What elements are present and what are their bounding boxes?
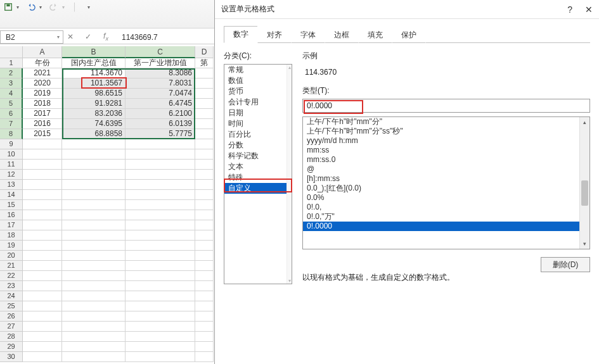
data-cell[interactable] <box>195 68 214 78</box>
empty-cell[interactable] <box>62 170 126 180</box>
formula-bar[interactable]: 1143669.7 <box>113 33 158 42</box>
empty-cell[interactable] <box>195 139 214 149</box>
row-header[interactable]: 12 <box>0 170 23 180</box>
data-cell[interactable]: 98.6515 <box>62 89 126 99</box>
empty-cell[interactable] <box>62 139 126 149</box>
row-header[interactable]: 1 <box>0 58 23 68</box>
empty-cell[interactable] <box>126 271 195 281</box>
empty-cell[interactable] <box>62 220 126 230</box>
format-item[interactable]: 0.0_);[红色](0.0) <box>303 184 579 193</box>
empty-cell[interactable] <box>126 190 195 200</box>
row-header[interactable]: 27 <box>0 322 23 332</box>
empty-cell[interactable] <box>23 342 62 352</box>
empty-cell[interactable] <box>126 261 195 271</box>
data-cell[interactable]: 2018 <box>23 99 62 109</box>
cancel-icon[interactable]: ✕ <box>66 32 75 41</box>
format-item[interactable]: 上午/下午h"时"mm"分" <box>303 117 579 127</box>
scroll-up-icon[interactable]: ▴ <box>580 117 589 127</box>
row-header[interactable]: 26 <box>0 311 23 322</box>
format-item[interactable]: 0!.0000 <box>303 222 579 231</box>
empty-cell[interactable] <box>23 281 62 291</box>
data-cell[interactable]: 7.0474 <box>126 89 195 99</box>
header-cell[interactable]: 第 <box>195 58 214 68</box>
empty-cell[interactable] <box>195 220 214 230</box>
empty-cell[interactable] <box>126 139 195 149</box>
empty-cell[interactable] <box>23 220 62 230</box>
format-item[interactable]: 上午/下午h"时"mm"分"ss"秒" <box>303 127 579 136</box>
row-header[interactable]: 3 <box>0 78 23 89</box>
empty-cell[interactable] <box>126 332 195 342</box>
row-header[interactable]: 21 <box>0 261 23 271</box>
empty-cell[interactable] <box>62 271 126 281</box>
empty-cell[interactable] <box>195 281 214 291</box>
category-item[interactable]: 货币 <box>224 86 292 97</box>
row-header[interactable]: 6 <box>0 109 23 119</box>
format-item[interactable]: yyyy/m/d h:mm <box>303 136 579 146</box>
category-item[interactable]: 文本 <box>224 161 292 172</box>
empty-cell[interactable] <box>126 322 195 332</box>
empty-cell[interactable] <box>23 261 62 271</box>
empty-cell[interactable] <box>62 251 126 261</box>
name-box[interactable]: B2 ▾ <box>0 30 63 44</box>
scrollbar-thumb[interactable] <box>581 180 588 206</box>
empty-cell[interactable] <box>23 271 62 281</box>
ribbon-overflow-icon[interactable]: ▾ <box>87 4 90 10</box>
row-header[interactable]: 29 <box>0 342 23 352</box>
data-cell[interactable]: 7.8031 <box>126 78 195 89</box>
row-header[interactable]: 23 <box>0 281 23 291</box>
empty-cell[interactable] <box>23 311 62 322</box>
empty-cell[interactable] <box>126 241 195 251</box>
empty-cell[interactable] <box>62 291 126 301</box>
data-cell[interactable]: 101.3567 <box>62 78 126 89</box>
data-cell[interactable] <box>195 119 214 129</box>
category-list[interactable]: 常规数值货币会计专用日期时间百分比分数科学记数文本特殊自定义 ▴ ▾ <box>224 64 292 284</box>
scroll-down-icon[interactable]: ▾ <box>287 278 292 284</box>
empty-cell[interactable] <box>23 139 62 149</box>
dialog-titlebar[interactable]: 设置单元格格式 ? ✕ <box>215 0 599 19</box>
row-header[interactable]: 11 <box>0 160 23 170</box>
row-headers[interactable]: 1234567891011121314151617181920212223242… <box>0 58 23 362</box>
header-cell[interactable]: 第一产业增加值 <box>126 58 195 68</box>
category-item[interactable]: 自定义 <box>224 183 292 194</box>
empty-cell[interactable] <box>23 170 62 180</box>
row-header[interactable]: 22 <box>0 271 23 281</box>
format-item[interactable]: mm:ss.0 <box>303 155 579 165</box>
format-item[interactable]: [h]:mm:ss <box>303 174 579 184</box>
empty-cell[interactable] <box>62 200 126 210</box>
tab-4[interactable]: 填充 <box>358 26 392 43</box>
category-item[interactable]: 时间 <box>224 118 292 129</box>
name-box-drop-icon[interactable]: ▾ <box>57 34 60 40</box>
empty-cell[interactable] <box>126 352 195 362</box>
data-cell[interactable]: 2021 <box>23 68 62 78</box>
row-header[interactable]: 18 <box>0 230 23 241</box>
empty-cell[interactable] <box>195 301 214 311</box>
empty-cell[interactable] <box>23 149 62 160</box>
scroll-down-icon[interactable]: ▾ <box>580 239 589 249</box>
empty-cell[interactable] <box>23 291 62 301</box>
empty-cell[interactable] <box>195 291 214 301</box>
save-icon[interactable] <box>4 3 13 11</box>
data-cell[interactable]: 5.7775 <box>126 129 195 139</box>
category-item[interactable]: 科学记数 <box>224 151 292 161</box>
row-header[interactable]: 13 <box>0 180 23 190</box>
empty-cell[interactable] <box>195 210 214 220</box>
empty-cell[interactable] <box>126 342 195 352</box>
data-cell[interactable]: 2016 <box>23 119 62 129</box>
empty-cell[interactable] <box>195 342 214 352</box>
empty-cell[interactable] <box>62 301 126 311</box>
format-item[interactable]: mm:ss <box>303 146 579 155</box>
row-header[interactable]: 16 <box>0 210 23 220</box>
empty-cell[interactable] <box>195 241 214 251</box>
data-cell[interactable]: 6.2100 <box>126 109 195 119</box>
empty-cell[interactable] <box>126 230 195 241</box>
row-header[interactable]: 24 <box>0 291 23 301</box>
empty-cell[interactable] <box>62 149 126 160</box>
category-item[interactable]: 百分比 <box>224 129 292 140</box>
format-item[interactable]: @ <box>303 165 579 174</box>
row-header[interactable]: 5 <box>0 99 23 109</box>
empty-cell[interactable] <box>62 311 126 322</box>
data-cell[interactable]: 74.6395 <box>62 119 126 129</box>
empty-cell[interactable] <box>195 271 214 281</box>
row-header[interactable]: 19 <box>0 241 23 251</box>
column-headers[interactable]: A B C D <box>23 46 214 58</box>
